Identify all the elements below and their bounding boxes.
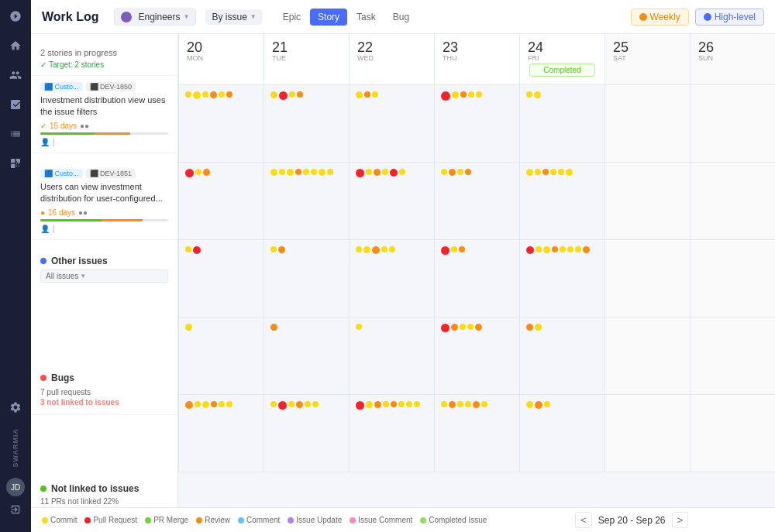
story-tags-1850: 🟦 Custo... ⬛ DEV-1850: [40, 82, 168, 91]
cal-day-name-sun: SUN: [698, 54, 767, 62]
settings-icon[interactable]: [7, 399, 24, 416]
sidebar: SWARMIA JD: [0, 0, 31, 532]
engineers-filter[interactable]: Engineers ▼: [114, 9, 196, 26]
cal-day-name-wed: WED: [357, 54, 426, 62]
cal-row-1: [178, 85, 775, 163]
cal-day-num-sun: 26: [698, 40, 767, 54]
other-issues-dot-icon: [40, 258, 46, 264]
cal-cell-4-mon: [178, 317, 264, 394]
page-title: Work Log: [42, 10, 98, 24]
legend-issue-comment-label: Issue Comment: [358, 516, 412, 524]
metrics-icon[interactable]: [7, 96, 24, 113]
cal-cell-5-mon: [178, 395, 264, 472]
legend-pr-merge-label: PR Merge: [153, 516, 188, 524]
not-linked-meta: 11 PRs not linked 22%: [40, 497, 168, 506]
progress-bar-1851: [40, 219, 168, 221]
charts-icon[interactable]: [7, 125, 24, 142]
legend-issue-comment: Issue Comment: [350, 516, 412, 524]
prev-week-button[interactable]: <: [575, 512, 592, 528]
team-icon[interactable]: [7, 67, 24, 84]
cal-cell-3-tue: [264, 240, 349, 317]
legend-comment-label: Comment: [246, 516, 280, 524]
target-label: Target: 2 stories: [49, 60, 104, 69]
cal-cell-2-wed: [349, 163, 434, 239]
cal-cell-1-tue: [264, 85, 349, 162]
legend-completed-issue-label: Completed Issue: [429, 516, 487, 524]
story-tags-1851: 🟦 Custo... ⬛ DEV-1851: [40, 169, 168, 178]
nav-tabs: Epic Story Task Bug: [275, 9, 417, 26]
all-issues-filter[interactable]: All issues ▼: [40, 269, 168, 283]
cal-cell-1-mon: [178, 85, 264, 162]
story-meta-1850: ✓ 15 days ●●: [40, 122, 168, 130]
cal-cell-4-fri: [519, 317, 604, 394]
cal-cell-1-sun: [690, 85, 775, 162]
legend-comment-dot: [238, 517, 244, 523]
by-issue-label: By issue: [212, 12, 246, 22]
cal-header-fri: 24 FRI Completed: [519, 34, 604, 84]
footer: Commit Pull Request PR Merge Review Comm…: [31, 507, 775, 532]
cal-cell-3-mon: [178, 240, 264, 317]
in-progress-subtitle: ✓ Target: 2 stories: [40, 60, 168, 69]
bugs-label: Bugs: [51, 372, 74, 383]
story-text-1851: Users can view investment distribution f…: [40, 181, 168, 205]
logout-icon[interactable]: [7, 501, 24, 518]
cal-header-sun: 26 SUN: [690, 34, 775, 84]
cal-cell-3-sun: [690, 240, 775, 317]
all-issues-label: All issues: [46, 272, 78, 280]
cal-day-num-thu: 23: [443, 40, 512, 54]
legend-commit-label: Commit: [50, 516, 77, 524]
tab-task[interactable]: Task: [349, 9, 384, 26]
date-range: Sep 20 - Sep 26: [598, 515, 666, 526]
by-issue-filter[interactable]: By issue ▼: [205, 9, 262, 25]
tab-bug[interactable]: Bug: [385, 9, 417, 26]
cal-cell-5-sun: [690, 395, 775, 472]
cal-cell-5-fri: [519, 395, 604, 472]
cal-cell-2-mon: [178, 163, 264, 239]
cal-cell-5-sat: [604, 395, 690, 472]
home-icon[interactable]: [7, 37, 24, 54]
cal-cell-5-wed: [349, 395, 434, 472]
bugs-spacer: [31, 415, 177, 477]
legend-completed-issue-dot: [420, 517, 426, 523]
cal-day-name-sat: SAT: [613, 54, 682, 62]
legend-pull-request: Pull Request: [84, 516, 137, 524]
filter-label: Engineers: [138, 12, 180, 22]
story-avatar-1850: 👤: [40, 138, 50, 146]
weekly-button[interactable]: Weekly: [631, 9, 689, 26]
avatar[interactable]: JD: [6, 478, 25, 496]
highlevel-button[interactable]: High-level: [695, 9, 764, 26]
legend-pull-request-label: Pull Request: [93, 516, 137, 524]
legend-review-label: Review: [205, 516, 230, 524]
story-footer-1851: 👤 |: [40, 225, 168, 233]
progress-bar-1850: [40, 132, 168, 135]
tab-epic[interactable]: Epic: [275, 9, 308, 26]
story-indicators-1850: ●●: [80, 122, 89, 130]
legend-commit-dot: [42, 517, 48, 523]
cal-cell-4-thu: [434, 317, 519, 394]
board-icon[interactable]: [7, 155, 24, 172]
legend-pr-merge-dot: [145, 517, 151, 523]
logo-icon[interactable]: [7, 8, 24, 25]
legend-issue-update: Issue Update: [288, 516, 342, 524]
next-week-button[interactable]: >: [672, 512, 689, 528]
tab-story[interactable]: Story: [310, 9, 347, 26]
footer-nav: < Sep 20 - Sep 26 >: [499, 512, 764, 528]
cal-cell-2-tue: [264, 163, 349, 239]
filter-avatar-icon: [121, 12, 132, 22]
cal-header-thu: 23 THU: [434, 34, 519, 84]
cal-day-num-tue: 21: [272, 40, 341, 54]
completed-banner: Completed: [529, 63, 595, 77]
body: 2 stories in progress ✓ Target: 2 storie…: [31, 34, 775, 507]
story-days-1850: 15 days: [50, 122, 77, 130]
legend-review-dot: [196, 517, 202, 523]
cal-cell-2-fri: [519, 163, 604, 239]
brand-label: SWARMIA: [12, 428, 19, 468]
check-icon: ✓: [40, 60, 46, 69]
bugs-not-linked-count: 3: [40, 398, 45, 407]
cal-row-2: [178, 163, 775, 240]
bugs-not-linked: 3 not linked to issues: [40, 398, 168, 407]
legend-review: Review: [196, 516, 230, 524]
story-text-1850: Investment distribution view uses the is…: [40, 94, 168, 118]
cal-cell-1-thu: [434, 85, 519, 162]
cal-day-num-sat: 25: [613, 40, 682, 54]
